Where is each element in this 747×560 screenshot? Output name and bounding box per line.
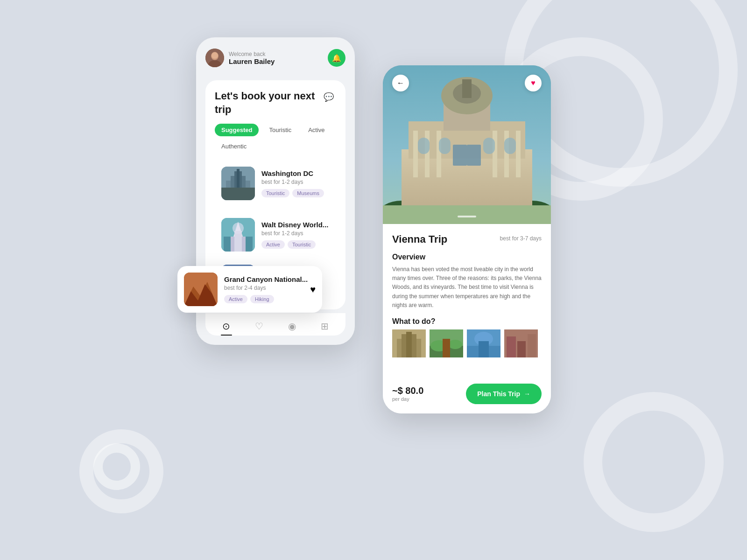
tab-suggested[interactable]: Suggested [215, 124, 259, 136]
floating-card-canyon[interactable]: Grand Canyon National... best for 2-4 da… [177, 266, 322, 313]
destination-info-washington: Washington DC best for 1-2 days Touristi… [261, 169, 330, 197]
svg-rect-35 [425, 131, 430, 177]
svg-rect-42 [483, 138, 495, 154]
favorite-button[interactable]: ♥ [310, 284, 316, 295]
nav-settings[interactable]: ⊞ [321, 321, 329, 332]
nav-home[interactable]: ⊙ [222, 321, 230, 332]
floating-card-image [184, 273, 218, 306]
heart-icon: ♥ [531, 79, 536, 87]
svg-rect-46 [383, 205, 551, 224]
plan-trip-button[interactable]: Plan This Trip → [466, 384, 542, 404]
back-button[interactable]: ← [392, 75, 409, 91]
svg-rect-15 [231, 237, 234, 252]
nav-favorites[interactable]: ♡ [255, 321, 263, 332]
destination-name: Washington DC [261, 169, 330, 177]
svg-rect-44 [453, 145, 467, 166]
phones-container: Welcome back Lauren Bailey 🔔 Let's book … [196, 37, 551, 413]
filter-tabs: Suggested Touristic Active Authentic [215, 124, 336, 153]
svg-rect-59 [479, 341, 489, 357]
destination-card-disney[interactable]: Walt Disney World... best for 1-2 days A… [215, 211, 336, 258]
svg-rect-34 [413, 131, 418, 177]
arrow-icon: → [524, 390, 530, 398]
search-icon: 💬 [324, 92, 334, 102]
avatar [205, 49, 224, 67]
svg-rect-39 [516, 131, 521, 177]
svg-rect-36 [437, 131, 441, 177]
svg-point-54 [448, 340, 462, 349]
notification-button[interactable]: 🔔 [328, 49, 345, 67]
floating-card-info: Grand Canyon National... best for 2-4 da… [224, 275, 316, 303]
activity-image-3 [467, 329, 500, 357]
destination-image-washington [221, 167, 255, 200]
svg-rect-13 [234, 231, 242, 252]
destination-days: best for 1-2 days [261, 230, 330, 237]
plan-trip-label: Plan This Trip [477, 390, 520, 398]
svg-point-14 [233, 223, 244, 234]
destination-title: Vienna Trip [392, 233, 447, 245]
activity-image-4 [504, 329, 538, 357]
svg-rect-50 [406, 332, 412, 357]
destination-days: best for 3-7 days [500, 235, 542, 242]
search-button[interactable]: 💬 [321, 90, 336, 105]
tab-authentic[interactable]: Authentic [215, 140, 253, 153]
heart-icon: ♡ [255, 321, 263, 332]
tag-active: Active [224, 295, 247, 303]
header-left: Welcome back Lauren Bailey [205, 49, 275, 67]
tab-touristic[interactable]: Touristic [262, 124, 298, 136]
detail-title-section: Vienna Trip [392, 233, 447, 245]
destination-card-washington[interactable]: Washington DC best for 1-2 days Touristi… [215, 160, 336, 207]
activity-image-2 [430, 329, 463, 357]
search-title: Let's book your next trip [215, 90, 317, 116]
destination-days: best for 2-4 days [224, 285, 316, 291]
destination-tags: Active Hiking [224, 295, 316, 303]
welcome-label: Welcome back [229, 51, 275, 57]
svg-rect-9 [221, 188, 255, 200]
overview-section-title: Overview [392, 253, 542, 261]
svg-rect-62 [517, 341, 526, 357]
destination-info-disney: Walt Disney World... best for 1-2 days A… [261, 221, 330, 249]
hero-image: ← ♥ [383, 65, 551, 224]
bg-decoration-5 [93, 443, 140, 490]
svg-rect-16 [242, 237, 246, 252]
tab-active[interactable]: Active [302, 124, 331, 136]
bell-icon: 🔔 [332, 54, 341, 63]
detail-header: Vienna Trip best for 3-7 days [392, 233, 542, 245]
destination-name: Walt Disney World... [261, 221, 330, 229]
svg-point-3 [211, 52, 218, 59]
destination-days: best for 1-2 days [261, 179, 330, 185]
destination-tags: Active Touristic [261, 240, 330, 249]
tag-active: Active [261, 240, 285, 249]
svg-rect-63 [528, 334, 536, 357]
what-to-do-section: What to do? [392, 317, 542, 357]
overview-text: Vienna has been voted the most liveable … [392, 265, 542, 310]
bg-decoration-3 [584, 392, 724, 532]
search-header: Let's book your next trip 💬 [215, 90, 336, 116]
what-to-do-title: What to do? [392, 317, 542, 326]
price-amount: ~$ 80.0 [392, 385, 423, 396]
destination-image-disney [221, 218, 255, 252]
svg-rect-45 [467, 145, 481, 166]
favorite-button[interactable]: ♥ [525, 75, 542, 91]
tag-touristic: Touristic [288, 240, 316, 249]
svg-rect-38 [504, 131, 509, 177]
right-phone: ← ♥ Vienna Trip best for 3-7 days Overvi… [383, 65, 551, 413]
tag-museums: Museums [292, 189, 324, 197]
user-name: Lauren Bailey [229, 57, 275, 65]
tag-touristic: Touristic [261, 189, 289, 197]
price-info: ~$ 80.0 per day [392, 385, 423, 402]
tag-hiking: Hiking [250, 295, 274, 303]
svg-rect-43 [504, 138, 516, 154]
spotify-icon: ◉ [288, 321, 296, 332]
home-icon: ⊙ [222, 321, 230, 332]
activity-image-1 [392, 329, 426, 357]
price-label: per day [392, 396, 423, 402]
scroll-indicator [458, 216, 476, 217]
phone-header: Welcome back Lauren Bailey 🔔 [205, 47, 345, 69]
destination-tags: Touristic Museums [261, 189, 330, 197]
nav-discover[interactable]: ◉ [288, 321, 296, 332]
svg-rect-37 [493, 131, 497, 177]
svg-rect-41 [439, 138, 451, 154]
left-phone: Welcome back Lauren Bailey 🔔 Let's book … [196, 37, 355, 345]
activity-images [392, 329, 542, 357]
bottom-nav: ⊙ ♡ ◉ ⊞ [205, 313, 345, 336]
